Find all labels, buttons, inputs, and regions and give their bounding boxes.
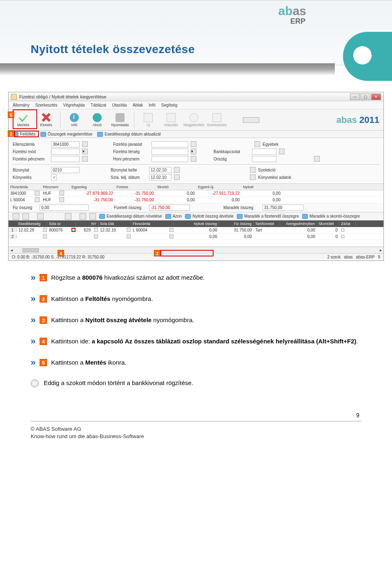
menu-tablazat[interactable]: Táblázat <box>91 103 106 107</box>
instruction-item: » 5 Kattintson a Mentés ikonra. <box>31 358 361 367</box>
lookup-icon-4[interactable] <box>279 149 285 154</box>
lookup-icon-9[interactable] <box>250 174 256 180</box>
detail-row[interactable]: 1 12.02.28 800076 629 12.02.10 L 60004 0… <box>9 227 383 234</box>
info-label: Infó <box>71 123 77 127</box>
fizterseg-input[interactable] <box>151 149 188 155</box>
menu-info[interactable]: Infó <box>149 103 156 107</box>
cell: -27.911.719,22 <box>196 191 241 196</box>
row-number: 1 <box>9 228 17 232</box>
cell-icon[interactable] <box>169 234 174 238</box>
brand-text: abas 2011 <box>336 115 379 125</box>
cell-icon[interactable] <box>59 197 64 202</box>
konyveles-checkbox[interactable]: ✓ <box>51 174 57 180</box>
tool-icon-4[interactable] <box>65 213 71 220</box>
horizontal-scrollbar[interactable]: ◂ ▸ <box>9 247 383 253</box>
minimize-button[interactable]: — <box>350 94 360 100</box>
cell-icon[interactable] <box>127 228 131 232</box>
esed-novel-button[interactable]: Esedékességi dátum növelése <box>99 214 162 219</box>
dropdown-icon[interactable] <box>243 117 259 123</box>
cell-icon[interactable] <box>94 234 98 238</box>
feltoltes-button[interactable]: Feltöltés <box>13 132 36 137</box>
esedekesseg-button[interactable]: Esedékességi dátum aktualizál <box>97 132 160 137</box>
instruction-text: Rögzítse a 800076 hivatkozási számot az … <box>51 273 361 282</box>
tool-icon-3[interactable] <box>37 213 44 220</box>
cell: L 60004 <box>131 228 168 232</box>
fizpenznem-input[interactable] <box>51 156 80 162</box>
menu-vegrehajtas[interactable]: Végrehajtás <box>63 103 85 107</box>
calendar-icon[interactable] <box>174 167 180 173</box>
lookup-icon-2[interactable] <box>191 141 196 147</box>
statusbar: O: 0.00 B: -31750.00 S: -27911719.22 R: … <box>9 253 383 261</box>
cell-icon[interactable] <box>43 234 47 238</box>
tool-icon-1[interactable] <box>13 213 19 220</box>
info-button[interactable]: Infó <box>64 111 85 129</box>
tool-icon-6[interactable] <box>89 213 96 220</box>
cell-icon[interactable] <box>127 234 131 238</box>
col: Szla Dát <box>98 222 131 226</box>
menu-ablak[interactable]: Ablak <box>133 103 143 107</box>
bizkelte-input[interactable]: 12.02.10 <box>149 167 172 173</box>
view-button[interactable]: Megjelenítés <box>183 111 205 129</box>
cell: 0 <box>317 228 339 232</box>
dropdown-icon-2[interactable]: ▾ <box>82 149 88 154</box>
note-text: Eddig a szokott módon történt a bankkivo… <box>44 379 193 386</box>
maximize-button[interactable]: ▢ <box>361 94 370 100</box>
print-button[interactable]: Nyomtatás <box>109 111 131 129</box>
cell-icon[interactable] <box>169 228 174 232</box>
szladatum-input[interactable]: 12.02.10 <box>149 174 172 180</box>
fizmod-input[interactable] <box>51 149 80 155</box>
bankkapcsolat-label: Bankkapcsolat <box>214 149 249 154</box>
orszag-input[interactable] <box>252 156 276 162</box>
cell-icon[interactable] <box>35 191 40 196</box>
calendar-icon-2[interactable] <box>174 174 180 180</box>
callout-3: 3 <box>154 250 160 256</box>
edit-button[interactable]: Szerkesztés <box>206 111 227 129</box>
cell-icon[interactable] <box>43 228 47 232</box>
bizonylat-input[interactable]: 0210 <box>51 167 80 173</box>
tool-icon-5[interactable] <box>80 213 86 220</box>
action-icon <box>93 113 102 122</box>
discard-button[interactable]: Elvetés <box>36 111 57 129</box>
copy-button[interactable]: Másolás <box>160 111 182 129</box>
menu-szerkesztes[interactable]: Szerkesztés <box>35 103 57 107</box>
lookup-icon-5[interactable] <box>82 156 88 162</box>
cell: 0,00 <box>280 234 317 239</box>
fizjavaslat-input[interactable] <box>151 141 188 147</box>
nyitott-atvetele-button[interactable]: Nyitott összeg átvétele <box>185 214 234 219</box>
osszegek-button[interactable]: Összegek megjelenítése <box>40 132 93 137</box>
print-label: Nyomtatás <box>111 123 129 127</box>
cell: 0,00 <box>174 234 219 239</box>
cell: 0,00 <box>219 234 254 239</box>
action-button[interactable]: Akció <box>87 111 108 129</box>
ellenszamla-input[interactable]: 3841000 <box>51 141 80 147</box>
lookup-icon-7[interactable] <box>314 156 320 162</box>
lookup-icon[interactable] <box>82 141 88 147</box>
scroll-thumb[interactable] <box>22 248 39 252</box>
brand-logo: abas <box>278 4 306 18</box>
lookup-icon-8[interactable] <box>250 167 256 173</box>
fizjavaslat-label: Fizetési javaslat <box>113 142 149 147</box>
status-rows: 2 sorok <box>327 255 341 259</box>
menu-allomanyi[interactable]: Állomány <box>13 103 29 107</box>
cell: HUF <box>41 191 58 196</box>
honipenznem-input[interactable] <box>151 156 188 162</box>
menu-utasitas[interactable]: Utasítás <box>112 103 127 107</box>
lookup-icon-6[interactable] <box>191 156 196 162</box>
menu-segitseg[interactable]: Segítség <box>161 103 177 107</box>
maradek-fizetendo-button[interactable]: Maradék a fizetendő összegre <box>237 214 299 219</box>
new-button[interactable]: Új <box>138 111 159 129</box>
lookup-icon-3[interactable] <box>254 141 260 147</box>
close-button[interactable]: ✕ <box>371 94 381 100</box>
save-button[interactable]: Mentés <box>13 111 34 129</box>
detail-row[interactable]: 2 0,00 0,00 0,00 0 ☐ <box>9 234 383 240</box>
dropdown-icon-3[interactable]: ▾ <box>191 149 196 154</box>
cell: -27.879.969,22 <box>70 191 115 196</box>
cell-icon[interactable] <box>94 228 98 232</box>
tool-icon-2[interactable] <box>22 213 29 220</box>
bankkapcsolat-input[interactable] <box>252 149 276 155</box>
azon-button[interactable]: Azon <box>165 214 182 219</box>
cell-icon[interactable] <box>59 191 64 196</box>
cell-icon[interactable] <box>35 197 40 202</box>
step-badge: 3 <box>40 316 47 324</box>
maradek-skonto-button[interactable]: Maradék a skontó-összegre <box>302 214 360 219</box>
